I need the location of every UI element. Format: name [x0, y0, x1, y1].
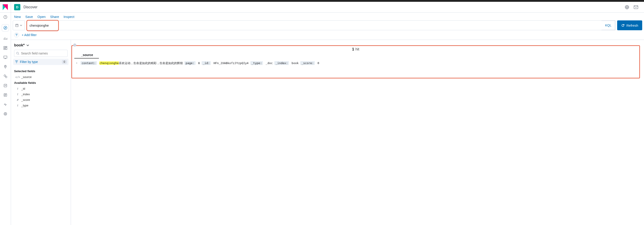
- browser-top-bar: [0, 0, 644, 2]
- query-input[interactable]: [26, 21, 602, 30]
- filter-icon: [15, 60, 18, 63]
- chevron-down-icon: [26, 44, 29, 47]
- query-language-button[interactable]: KQL: [602, 21, 615, 30]
- svg-rect-13: [4, 56, 7, 58]
- discover-menu: New Save Open Share Inspect: [11, 13, 644, 20]
- field-type-icon: t: [16, 104, 19, 107]
- filter-options-icon[interactable]: [14, 33, 19, 38]
- document-source: content: chenqionghe喜欢运动，生命是如此的精彩，生命是如此的…: [80, 61, 319, 65]
- field-name-label: _type: [21, 104, 28, 107]
- svg-rect-21: [16, 24, 18, 27]
- nav-recent-icon[interactable]: [3, 15, 8, 19]
- mail-icon[interactable]: [632, 3, 640, 12]
- svg-point-22: [16, 52, 18, 54]
- field-type-icon: </>: [16, 76, 19, 79]
- svg-rect-9: [4, 46, 5, 48]
- nav-sidebar: [0, 13, 11, 225]
- field-type-icon: t: [16, 87, 19, 90]
- field-type-icon: #: [16, 98, 19, 102]
- kv-id-key: _id:: [202, 61, 211, 65]
- menu-new[interactable]: New: [14, 15, 21, 19]
- menu-save[interactable]: Save: [25, 15, 33, 19]
- svg-point-20: [5, 113, 6, 114]
- breadcrumb: Discover: [24, 5, 37, 9]
- chevron-down-icon: [20, 24, 22, 27]
- svg-point-8: [4, 26, 7, 29]
- field-sidebar: book* Filter by type 0 Selected fields: [11, 40, 71, 225]
- search-icon: [16, 52, 19, 55]
- menu-open[interactable]: Open: [37, 15, 46, 19]
- kv-type-key: _type:: [250, 61, 263, 65]
- hit-count-number: 1: [352, 47, 354, 51]
- field-name-label: _source: [21, 75, 32, 79]
- nav-dashboard-icon[interactable]: [3, 46, 8, 50]
- nav-canvas-icon[interactable]: [3, 55, 8, 60]
- field-type-icon: t: [16, 93, 19, 96]
- refresh-button[interactable]: Refresh: [617, 20, 642, 30]
- nav-maps-icon[interactable]: [3, 65, 8, 69]
- kv-page-key: page:: [184, 61, 195, 65]
- svg-rect-11: [6, 48, 7, 50]
- results-panel: 1hit _source › content: chenqionghe喜欢运动，…: [71, 40, 644, 225]
- nav-logs-icon[interactable]: [3, 93, 8, 97]
- field-name-label: _index: [21, 93, 30, 96]
- kv-index-val: book: [292, 61, 298, 65]
- nav-discover-icon[interactable]: [2, 24, 9, 31]
- column-header-source[interactable]: _source: [74, 52, 99, 59]
- field-item[interactable]: t_id: [11, 86, 71, 91]
- annotation-results-highlight: 1hit _source › content: chenqionghe喜欢运动，…: [72, 45, 640, 78]
- save-icon: [15, 24, 18, 27]
- nav-siem-icon[interactable]: [3, 112, 8, 116]
- kv-page-val: 8: [198, 61, 200, 65]
- query-bar: KQL Refresh: [11, 20, 644, 30]
- kv-index-key: _index:: [274, 61, 289, 65]
- selected-fields-heading: Selected fields: [11, 68, 71, 74]
- hit-count-label: hit: [356, 47, 359, 51]
- field-item[interactable]: </>_source: [11, 74, 71, 80]
- svg-rect-10: [6, 46, 7, 47]
- menu-inspect[interactable]: Inspect: [64, 15, 74, 19]
- help-icon[interactable]: [622, 3, 632, 12]
- menu-share[interactable]: Share: [50, 15, 59, 19]
- index-pattern-selector[interactable]: book*: [14, 43, 29, 48]
- kv-id-val: HFn_2XABkofzJYzpQIy4: [214, 61, 248, 65]
- field-item[interactable]: #_score: [11, 97, 71, 103]
- svg-point-1: [626, 7, 628, 8]
- field-search[interactable]: [14, 50, 68, 57]
- svg-point-15: [4, 75, 6, 76]
- kv-score-val: 0: [318, 61, 319, 65]
- filter-type-count: 0: [62, 60, 67, 64]
- hit-count: 1hit: [74, 47, 637, 51]
- nav-visualize-icon[interactable]: [3, 36, 8, 41]
- kv-content-highlight: chenqionghe: [99, 61, 118, 65]
- field-search-input[interactable]: [20, 51, 66, 55]
- nav-uptime-icon[interactable]: [3, 102, 8, 107]
- field-item[interactable]: t_type: [11, 103, 71, 108]
- field-name-label: _score: [21, 98, 30, 102]
- expand-document-icon[interactable]: ›: [75, 61, 78, 65]
- index-pattern-label: book*: [14, 43, 24, 48]
- kv-content-rest: 喜欢运动，生命是如此的精彩，生命是如此的辉煌: [119, 61, 183, 65]
- app-badge[interactable]: D: [14, 4, 20, 10]
- svg-point-19: [4, 113, 7, 115]
- collapse-sidebar-icon[interactable]: [73, 44, 76, 47]
- saved-query-button[interactable]: [13, 20, 24, 30]
- svg-point-16: [5, 76, 7, 78]
- kv-type-val: _doc: [266, 61, 272, 65]
- svg-point-14: [5, 66, 6, 67]
- nav-ml-icon[interactable]: [3, 74, 8, 78]
- document-row: › content: chenqionghe喜欢运动，生命是如此的精彩，生命是如…: [74, 61, 637, 66]
- filter-by-type[interactable]: Filter by type 0: [13, 59, 68, 65]
- kv-content-key: content:: [80, 61, 97, 65]
- kibana-logo[interactable]: [0, 2, 11, 13]
- filter-by-type-label: Filter by type: [20, 60, 38, 64]
- field-item[interactable]: t_index: [11, 91, 71, 97]
- add-filter-button[interactable]: + Add filter: [22, 33, 37, 37]
- svg-rect-6: [634, 6, 638, 9]
- svg-rect-12: [4, 48, 5, 50]
- kv-score-key: _score:: [300, 61, 315, 65]
- refresh-icon: [621, 24, 624, 27]
- nav-metrics-icon[interactable]: [3, 83, 8, 88]
- field-name-label: _id: [21, 87, 25, 90]
- top-bar: D Discover: [0, 2, 644, 13]
